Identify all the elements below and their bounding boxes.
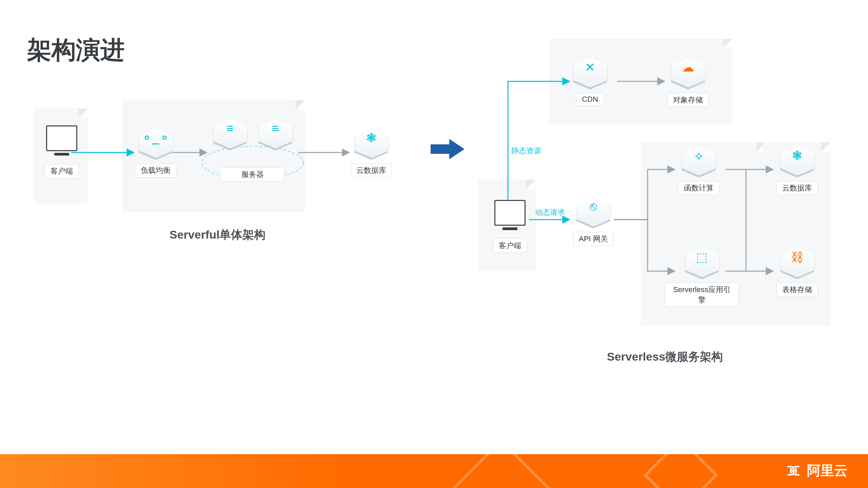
node-apigw: ⎋ API 网关 <box>573 197 614 246</box>
label-apigw: API 网关 <box>573 232 614 246</box>
node-lb: ⚬⎯⚬ 负载均衡 <box>135 128 176 178</box>
brand-text: 阿里云 <box>807 461 848 480</box>
edge-dynamic: 动态请求 <box>535 207 565 218</box>
database-icon: ❃ <box>780 146 814 180</box>
label-db-left: 云数据库 <box>351 163 392 178</box>
node-db-left: ❃ 云数据库 <box>351 128 392 178</box>
label-client-right: 客户端 <box>493 239 527 253</box>
brand-mark-icon <box>785 462 802 480</box>
label-lb: 负载均衡 <box>135 163 176 178</box>
label-sae: Serverless应用引擎 <box>665 283 739 307</box>
footer-bar: 阿里云 <box>0 454 868 488</box>
label-oss: 对象存储 <box>667 93 709 107</box>
monitor-icon <box>46 125 77 151</box>
lb-icon: ⚬⎯⚬ <box>139 128 173 162</box>
svg-marker-11 <box>431 139 465 159</box>
label-ots: 表格存储 <box>776 283 818 297</box>
label-server: 服务器 <box>221 167 284 182</box>
caption-left: Serverful单体架构 <box>170 227 265 243</box>
node-rds: ❃ 云数据库 <box>776 146 818 195</box>
node-server-cluster: ≡ ≡ 服务器 <box>209 119 297 182</box>
caption-right: Serverless微服务架构 <box>607 349 723 365</box>
node-cdn: ✕ CDN <box>573 58 607 106</box>
label-cdn: CDN <box>576 93 604 106</box>
monitor-icon <box>494 200 526 226</box>
cdn-icon: ✕ <box>573 58 607 92</box>
gateway-icon: ⎋ <box>576 197 610 230</box>
label-rds: 云数据库 <box>776 181 818 195</box>
server-icon: ≡ <box>213 119 247 152</box>
node-client-right: 客户端 <box>493 200 527 253</box>
database-icon: ❃ <box>354 128 388 162</box>
node-client-left: 客户端 <box>45 125 79 178</box>
node-oss: ☁ 对象存储 <box>667 58 709 107</box>
label-fc: 函数计算 <box>678 181 719 195</box>
function-icon: ⟡ <box>682 146 716 180</box>
server-icon: ≡ <box>258 119 292 152</box>
table-icon: ⛓ <box>780 247 814 281</box>
storage-icon: ☁ <box>671 58 705 92</box>
slide-title: 架构演进 <box>27 34 125 66</box>
node-ots: ⛓ 表格存储 <box>776 247 818 297</box>
label-client-left: 客户端 <box>45 164 79 178</box>
node-fc: ⟡ 函数计算 <box>678 146 719 195</box>
brand-logo: 阿里云 <box>785 461 848 480</box>
edge-static: 静态资源 <box>511 146 541 156</box>
transition-arrow-icon <box>431 139 465 159</box>
cube-icon: ⬚ <box>685 247 719 281</box>
node-sae: ⬚ Serverless应用引擎 <box>665 247 739 307</box>
